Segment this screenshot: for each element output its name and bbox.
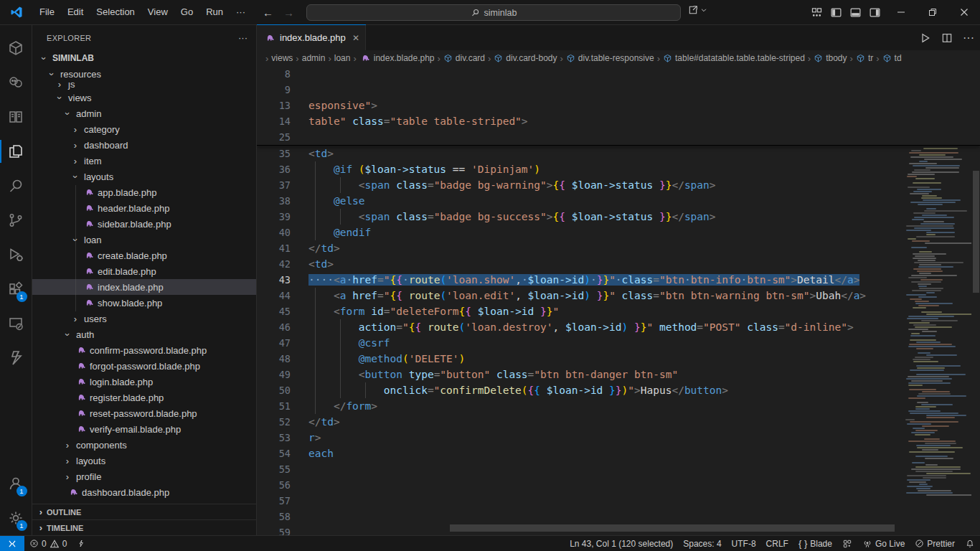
prettier-status[interactable]: Prettier [910,536,960,551]
tree-item-header.blade.php[interactable]: header.blade.php [32,200,256,216]
tree-item-views[interactable]: ›views [32,90,256,105]
forward-arrow-icon[interactable]: → [283,6,294,19]
tree-item-resources[interactable]: ›resources [32,66,256,82]
tree-item-dashboard[interactable]: ›dashboard [32,137,256,153]
code-line-9[interactable]: 9 [257,82,980,98]
toggle-secondary-sidebar-icon[interactable] [869,6,881,19]
code-line-46[interactable]: 46 action="{{ route('loan.destroy', $loa… [257,319,980,335]
code-line-50[interactable]: 50 onclick="confirmDelete({{ $loan->id }… [257,382,980,398]
tree-item-verify-email.blade.php[interactable]: verify-email.blade.php [32,421,256,437]
split-editor-icon[interactable] [941,32,953,44]
run-and-debug-icon[interactable] [0,237,32,272]
menu-selection[interactable]: Selection [90,3,141,22]
extension-grid-status-icon[interactable] [837,536,857,551]
code-line-51[interactable]: 51 </form> [257,398,980,414]
tree-item-edit.blade.php[interactable]: edit.blade.php [32,263,256,279]
breadcrumb-loan[interactable]: loan [334,53,351,63]
thunder-status-icon[interactable] [72,536,90,551]
code-line-13[interactable]: 13esponsive"> [257,98,980,113]
code-line-42[interactable]: 42<td> [257,256,980,272]
breadcrumb-tr[interactable]: tr [856,53,873,63]
breadcrumb-div.card-body[interactable]: div.card-body [494,53,557,63]
menu-view[interactable]: View [141,3,174,22]
tree-item-confirm-password.blade.php[interactable]: confirm-password.blade.php [32,342,256,358]
cursor-position-status[interactable]: Ln 43, Col 1 (120 selected) [565,536,678,551]
source-control-icon[interactable] [0,203,32,237]
code-line-44[interactable]: 44 <a href="{{ route('loan.edit', $loan-… [257,288,980,303]
tree-item-components[interactable]: ›components [32,437,256,453]
tree-item-app.blade.php[interactable]: app.blade.php [32,184,256,200]
code-line-36[interactable]: 36 @if ($loan->status == 'Dipinjam') [257,161,980,177]
code-line-39[interactable]: 39 <span class="badge bg-success">{{ $lo… [257,209,980,225]
go-live-status[interactable]: Go Live [857,536,910,551]
customize-layout-icon[interactable] [811,6,823,19]
run-file-icon[interactable] [920,32,931,44]
editor-more-actions-icon[interactable]: ··· [963,32,974,44]
package-extension-icon[interactable] [0,31,32,65]
tree-item-users[interactable]: ›users [32,311,256,326]
code-line-57[interactable]: 57 [257,493,980,509]
outline-section[interactable]: ›OUTLINE [32,504,256,519]
code-line-25[interactable]: 25 [257,129,980,145]
tree-item-item[interactable]: ›item [32,153,256,169]
code-line-58[interactable]: 58 [257,509,980,524]
notifications-bell-icon[interactable] [960,536,980,551]
code-line-37[interactable]: 37 <span class="badge bg-warning">{{ $lo… [257,177,980,193]
breadcrumb-div.card[interactable]: div.card [443,53,485,63]
code-line-40[interactable]: 40 @endif [257,225,980,240]
remote-indicator[interactable] [0,536,24,551]
tree-item-login.blade.php[interactable]: login.blade.php [32,374,256,390]
breadcrumb-views[interactable]: views [271,53,293,63]
code-line-43[interactable]: 43····<a·href="{{·route('loan.show',·$lo… [257,272,980,288]
breadcrumb-td[interactable]: td [882,53,902,63]
search-activity-icon[interactable] [0,169,32,203]
command-center-search[interactable]: siminlab [306,4,681,21]
restore-button[interactable] [917,0,948,24]
tree-item-auth[interactable]: ›auth [32,326,256,342]
problems-status[interactable]: 0 0 [24,536,72,551]
horizontal-scrollbar[interactable] [450,524,895,532]
code-line-54[interactable]: 54each [257,446,980,461]
language-mode-status[interactable]: { }Blade [793,536,837,551]
tree-item-reset-password.blade.php[interactable]: reset-password.blade.php [32,405,256,421]
code-line-48[interactable]: 48 @method('DELETE') [257,351,980,367]
tree-item-layouts[interactable]: ›layouts [32,453,256,468]
menu-[interactable]: ··· [230,3,252,22]
tree-item-sidebar.blade.php[interactable]: sidebar.blade.php [32,216,256,232]
chat-extension-icon[interactable] [0,65,32,100]
tree-item-forgot-password.blade.php[interactable]: forgot-password.blade.php [32,358,256,374]
settings-gear-icon[interactable]: 1 [0,501,32,535]
code-line-38[interactable]: 38 @else [257,193,980,209]
tree-item-admin[interactable]: ›admin [32,105,256,121]
code-line-41[interactable]: 41</td> [257,240,980,256]
breadcrumb-admin[interactable]: admin [302,53,326,63]
indentation-status[interactable]: Spaces: 4 [678,536,726,551]
code-editor[interactable]: 8913esponsive">14table" class="table tab… [257,66,980,535]
thunder-extension-icon[interactable] [0,341,32,375]
tab-close-icon[interactable]: ✕ [352,33,359,43]
tree-item-register.blade.php[interactable]: register.blade.php [32,390,256,405]
book-extension-icon[interactable] [0,100,32,134]
explorer-activity-icon[interactable] [0,134,32,169]
code-line-14[interactable]: 14table" class="table table-striped"> [257,113,980,129]
code-line-55[interactable]: 55 [257,461,980,477]
extensions-icon[interactable]: 1 [0,272,32,306]
explorer-more-actions-icon[interactable]: ··· [238,32,248,43]
breadcrumb-div.table-responsive[interactable]: div.table-responsive [566,53,654,63]
accounts-icon[interactable]: 1 [0,466,32,501]
breadcrumb-index.blade.php[interactable]: index.blade.php [359,53,435,63]
menu-run[interactable]: Run [199,3,230,22]
breadcrumb-tbody[interactable]: tbody [814,53,847,63]
code-line-8[interactable]: 8 [257,66,980,82]
tree-item-loan[interactable]: ›loan [32,232,256,248]
tree-item-category[interactable]: ›category [32,121,256,137]
code-line-47[interactable]: 47 @csrf [257,335,980,351]
code-line-52[interactable]: 52</td> [257,414,980,430]
code-line-53[interactable]: 53r> [257,430,980,446]
menu-file[interactable]: File [33,3,61,22]
encoding-status[interactable]: UTF-8 [727,536,761,551]
code-line-35[interactable]: 35<td> [257,146,980,161]
code-line-45[interactable]: 45 <form id="deleteForm{{ $loan->id }}" [257,303,980,319]
menu-go[interactable]: Go [174,3,199,22]
back-arrow-icon[interactable]: ← [263,6,273,19]
